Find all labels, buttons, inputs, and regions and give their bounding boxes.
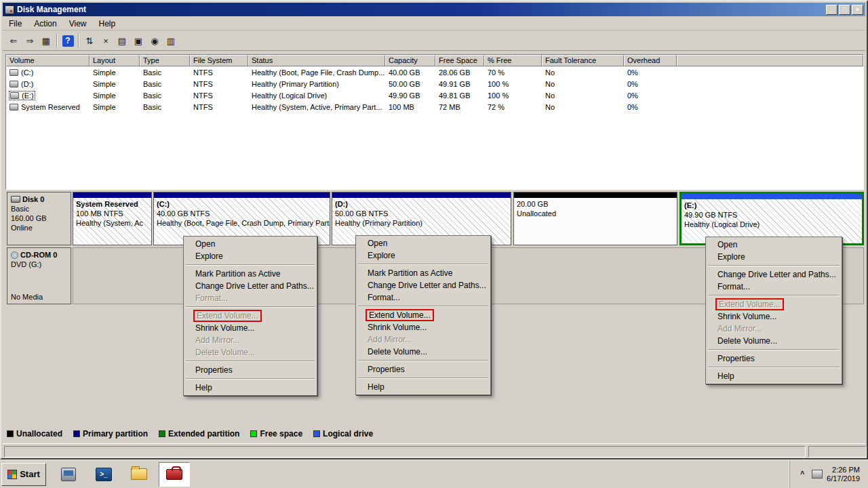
menu-item-extend-volume[interactable]: Extend Volume... [357,309,490,321]
file-explorer-button[interactable] [123,462,155,487]
table-row-system-reserved[interactable]: System Reserved Simple Basic NTFS Health… [6,101,863,113]
find-button[interactable]: ◉ [146,33,163,49]
menu-file[interactable]: File [3,18,28,30]
column-header-capacity[interactable]: Capacity [385,55,435,66]
column-header-layout[interactable]: Layout [90,55,140,66]
menu-item-mark-partition-active[interactable]: Mark Partition as Active [184,268,316,280]
layout-cell: Simple [90,79,140,89]
disk-management-taskbar-button[interactable] [159,462,190,487]
menu-item-format: Format... [184,292,316,304]
menu-item-explore[interactable]: Explore [184,250,316,262]
menu-view[interactable]: View [63,18,93,30]
table-row-e[interactable]: (E:) Simple Basic NTFS Healthy (Logical … [6,89,863,101]
menu-item-extend-volume: Extend Volume... [184,310,316,322]
menu-item-format[interactable]: Format... [357,291,490,304]
menu-item-open[interactable]: Open [707,239,841,251]
free-space-cell: 49.81 GB [435,91,484,100]
maximize-button[interactable]: □ [839,5,850,15]
views-button[interactable]: ▥ [163,33,179,49]
clock[interactable]: 2:26 PM 6/17/2019 [827,466,863,483]
cd-rom-icon [11,251,18,259]
open-icon: ▣ [134,36,142,46]
menu-item-change-drive-letter[interactable]: Change Drive Letter and Paths... [707,268,841,281]
export-list-icon: ⇅ [86,36,94,46]
forward-button[interactable]: ⇒ [22,33,38,49]
menu-help[interactable]: Help [93,18,122,30]
partition-detail: 50.00 GB NTFS [335,209,508,218]
open-button[interactable]: ▣ [130,33,146,49]
context-menu-c-drive: Open Explore Mark Partition as Active Ch… [183,236,317,396]
properties-button[interactable]: ▤ [114,33,130,49]
close-button[interactable]: × [852,5,863,15]
menu-item-shrink-volume[interactable]: Shrink Volume... [357,321,490,333]
tray-device-icon[interactable] [812,470,823,479]
cdrom-info-panel[interactable]: CD-ROM 0 DVD (G:) No Media [7,247,71,304]
menu-item-delete-volume[interactable]: Delete Volume... [707,335,841,347]
table-row-c[interactable]: (C:) Simple Basic NTFS Healthy (Boot, Pa… [6,66,863,78]
menu-item-properties[interactable]: Properties [707,352,841,365]
menu-item-format[interactable]: Format... [707,281,841,293]
menu-item-delete-volume[interactable]: Delete Volume... [357,346,490,358]
menu-item-explore[interactable]: Explore [707,251,841,263]
export-list-button[interactable]: ⇅ [81,33,98,49]
cdrom-name: CD-ROM 0 [20,250,57,260]
column-header-free-space[interactable]: Free Space [435,55,484,66]
column-header-file-system[interactable]: File System [190,55,248,66]
menu-item-open[interactable]: Open [357,237,490,249]
menu-bar: File Action View Help [3,17,865,30]
status-cell: Healthy (Boot, Page File, Crash Dump... [248,68,385,77]
volume-icon [10,92,19,99]
partition-system-reserved[interactable]: System Reserved 100 MB NTFS Healthy (Sys… [73,192,152,245]
minimize-button[interactable]: _ [826,5,837,15]
fault-tolerance-cell: No [542,91,624,100]
help-button[interactable]: ? [60,33,76,49]
menu-item-properties[interactable]: Properties [184,364,316,376]
extend-volume-highlight: Extend Volume... [366,309,434,321]
column-header-overhead[interactable]: Overhead [624,55,677,66]
start-button[interactable]: Start [1,463,46,486]
primary-partition-color-bar [73,192,151,198]
pct-free-cell: 100 % [484,79,542,89]
server-manager-button[interactable] [53,462,84,487]
menu-item-shrink-volume[interactable]: Shrink Volume... [184,322,316,334]
menu-item-help[interactable]: Help [357,381,490,393]
free-space-cell: 28.06 GB [435,68,484,77]
volume-list-header: Volume Layout Type File System Status Ca… [6,55,863,66]
delete-button[interactable]: × [98,33,114,49]
powershell-button[interactable] [88,462,119,487]
menu-item-properties[interactable]: Properties [357,363,490,375]
menu-item-shrink-volume[interactable]: Shrink Volume... [707,310,841,323]
unallocated-space[interactable]: 20.00 GB Unallocated [513,192,677,245]
quick-launch-bar [53,462,190,487]
menu-item-help[interactable]: Help [184,382,316,394]
clock-date: 6/17/2019 [827,474,860,483]
status-cell: Healthy (Logical Drive) [248,91,385,100]
show-hidden-icons-chevron[interactable] [797,469,808,480]
extended-partition-swatch [159,430,165,437]
menu-item-open[interactable]: Open [184,238,316,250]
menu-item-explore[interactable]: Explore [357,249,490,262]
disk0-type: Basic [11,204,67,214]
legend-label: Logical drive [323,429,373,439]
menu-item-help[interactable]: Help [707,370,841,382]
back-button[interactable]: ⇐ [5,33,22,49]
column-header-type[interactable]: Type [140,55,190,66]
column-header-volume[interactable]: Volume [6,55,90,66]
overhead-cell: 0% [624,91,677,100]
disk0-info-panel[interactable]: Disk 0 Basic 160.00 GB Online [7,192,71,245]
menu-item-change-drive-letter[interactable]: Change Drive Letter and Paths... [357,279,490,291]
column-header-pct-free[interactable]: % Free [484,55,542,66]
menu-item-mark-partition-active[interactable]: Mark Partition as Active [357,267,490,279]
menu-action[interactable]: Action [28,18,62,30]
type-cell: Basic [140,102,190,112]
column-header-status[interactable]: Status [248,55,385,66]
column-header-fault-tolerance[interactable]: Fault Tolerance [542,55,624,66]
partition-status: Healthy (Boot, Page File, Crash Dump, Pr… [157,218,327,228]
menu-separator [708,265,840,266]
menu-item-change-drive-letter[interactable]: Change Drive Letter and Paths... [184,280,316,292]
table-row-d[interactable]: (D:) Simple Basic NTFS Healthy (Primary … [6,78,863,89]
primary-partition-swatch [73,430,80,437]
window-title: Disk Management [17,5,826,14]
legend-item-extended-partition: Extended partition [159,429,239,439]
console-tree-button[interactable]: ▦ [38,33,54,49]
